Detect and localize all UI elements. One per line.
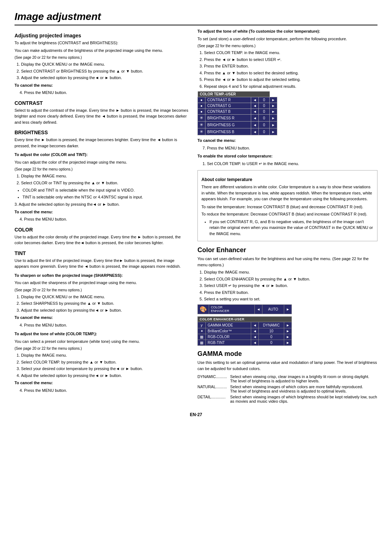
list-item: COLOR and TINT is selectable when the in… — [23, 187, 189, 193]
ce-brilliant-value: 10 — [259, 328, 284, 334]
table-icon: ● — [198, 109, 205, 115]
table-arrow-right: ► — [270, 103, 277, 109]
ce-sub-table-title: COLOR ENHANCER-USER — [198, 317, 292, 322]
list-item: Display the IMAGE menu. — [21, 173, 189, 179]
table-value: 0 — [259, 115, 270, 122]
cancel-step-1: 4. Press the MENU button. — [20, 90, 189, 96]
list-item: Press the ▲ or ▼ button to select the de… — [204, 70, 377, 76]
left-column: Adjusting projected images To adjust the… — [15, 28, 189, 404]
page-title: Image adjustment — [15, 11, 377, 25]
adjusting-para2: You can make adjustments of the brightne… — [15, 48, 189, 54]
color-heading: COLOR — [15, 227, 189, 233]
list-item: Select your desired color temperature by… — [21, 366, 189, 372]
cancel-label-1: To cancel the menu: — [15, 82, 189, 89]
contrast-para: Select to adjust the contrast of the ima… — [15, 107, 189, 126]
gamma-label: DETAIL — [197, 395, 211, 399]
color-temp-see-page: (See page 20 or 22 for the menu options.… — [15, 346, 189, 351]
ce-gamma-arrow-left: ◄ — [251, 322, 259, 328]
ce-rgb-color-icon: ▦ — [198, 334, 206, 340]
list-item: Display the QUICK MENU or the IMAGE menu… — [21, 61, 189, 67]
table-arrow-right: ► — [270, 128, 277, 135]
table-value: 0 — [259, 109, 270, 115]
list-item: Select COLOR ENHANCER by pressing the ▲ … — [204, 276, 377, 282]
gamma-mode-table: DYNAMIC.......... Select when viewing cr… — [197, 374, 377, 404]
list-item: Select USER ↵ by pressing the ◄ or ► but… — [204, 283, 377, 289]
gamma-natural-desc: Select when viewing images of which colo… — [230, 384, 377, 394]
color-temp-user-table: COLOR TEMP.-USER ● CONTRAST R ◄ 0 ► ● CO… — [197, 91, 277, 135]
color-temp-heading: To adjust the tone of white (COLOR TEMP.… — [15, 331, 189, 337]
about-color-temp-bullets: If you set CONTRAST R, G, and B to negat… — [209, 219, 373, 237]
cancel-step-4: 4. Press the MENU button. — [20, 387, 189, 394]
table-arrow-left: ◄ — [251, 109, 259, 115]
gamma-dynamic-desc: Select when viewing crisp, clear images … — [230, 374, 377, 384]
table-icon: ● — [198, 97, 205, 103]
gamma-dots: .......... — [216, 374, 227, 379]
gamma-mode-heading: GAMMA mode — [197, 350, 377, 358]
table-row: NATURAL.......... Select when viewing im… — [197, 384, 377, 394]
ce-label: COLORENHANCER — [209, 304, 255, 314]
gamma-dots: ............. — [211, 395, 226, 399]
list-item: TINT is selectable only when the NTSC or… — [23, 194, 189, 200]
ce-arrow-left: ◄ — [255, 304, 262, 314]
gamma-mode-para: Use this setting to set an optimal gamma… — [197, 360, 377, 372]
customize-temp-heading: To adjust the tone of white (To customiz… — [197, 28, 377, 34]
gamma-label: DYNAMIC — [197, 374, 216, 379]
table-icon: ✳ — [198, 115, 205, 122]
list-item: Repeat steps 4 and 5 for optimal adjustm… — [204, 83, 377, 90]
cancel-label-4: To cancel the menu: — [15, 380, 189, 386]
enable-stored-label: To enable the stored color temperature: — [197, 153, 377, 159]
table-cell: BRIGHTNESS R — [205, 115, 251, 122]
cancel-label-2: To cancel the menu: — [15, 209, 189, 215]
page-number: EN-27 — [15, 411, 377, 418]
right-column: To adjust the tone of white (To customiz… — [197, 28, 377, 404]
table-row: DETAIL............. Select when viewing … — [197, 394, 377, 404]
color-enhancer-steps: Display the IMAGE menu. Select COLOR ENH… — [204, 269, 377, 302]
list-item: Press the ◄ or ► button to select USER ↵… — [204, 57, 377, 63]
about-color-temp-box: About color temperature There are differ… — [197, 170, 377, 241]
ce-brilliant-arrow-left: ◄ — [251, 328, 259, 334]
color-tint-see-page: (See page 22 for the menu options.) — [15, 167, 189, 172]
list-item: Display the IMAGE menu. — [21, 352, 189, 358]
list-item: Press the ENTER button. — [204, 63, 377, 69]
gamma-label: NATURAL — [197, 385, 216, 389]
table-icon: ● — [198, 103, 205, 109]
ce-rgb-tint-label: RGB-TINT — [206, 340, 251, 346]
gamma-detail-label: DETAIL............. — [197, 394, 230, 404]
sharpness-see-page: (See page 20 or 22 for the menu options.… — [15, 287, 189, 293]
color-para: Use to adjust the color density of the p… — [15, 234, 189, 246]
adjusting-see-page: (See page 20 or 22 for the menu options.… — [15, 55, 189, 60]
table-value: 0 — [259, 122, 270, 128]
list-item: Select COLOR or TINT by pressing the ▲ o… — [21, 180, 189, 186]
ce-rgb-color-arrow-left: ◄ — [251, 334, 259, 340]
ce-gamma-arrow-right: ► — [284, 322, 292, 328]
color-enhancer-para: You can set user-defined values for the … — [197, 256, 377, 268]
color-tint-steps: Display the IMAGE menu. Select COLOR or … — [21, 173, 189, 186]
table-arrow-right: ► — [270, 115, 277, 122]
ce-gamma-value: DYNAMIC — [259, 322, 284, 328]
main-content: Adjusting projected images To adjust the… — [15, 28, 377, 404]
about-color-temp-para3: To reduce the temperature: Decrease CONT… — [201, 211, 373, 217]
brightness-para: Every time the ► button is pressed, the … — [15, 137, 189, 149]
gamma-natural-label: NATURAL.......... — [197, 384, 230, 394]
ce-brilliant-label: BrilliantColor™ — [206, 328, 251, 334]
gamma-detail-desc: Select when viewing images of which brig… — [230, 394, 377, 404]
table-arrow-right: ► — [270, 97, 277, 103]
cancel-step-3: 4. Press the MENU button. — [20, 322, 189, 328]
about-color-temp-heading: About color temperature — [201, 177, 373, 182]
table-row: DYNAMIC.......... Select when viewing cr… — [197, 374, 377, 384]
ce-rgb-tint-arrow-right: ► — [284, 340, 292, 346]
gamma-dots: .......... — [216, 385, 227, 389]
list-item: Adjust the selected option by pressing t… — [21, 75, 189, 81]
table-cell: CONTRAST B — [205, 109, 251, 115]
menu-table-title: COLOR TEMP.-USER — [198, 91, 270, 97]
customize-temp-see-page: (See page 22 for the menu options.) — [197, 43, 377, 49]
table-icon: ✳ — [198, 128, 205, 135]
ce-rgb-tint-icon: ▦ — [198, 340, 206, 346]
list-item: Select COLOR TEMP. by pressing the ▲ or … — [21, 359, 189, 365]
ce-rgb-color-label: RGB-COLOR — [206, 334, 251, 340]
list-item: Display the IMAGE menu. — [204, 269, 377, 275]
table-icon: ✳ — [198, 122, 205, 128]
ce-brilliant-icon: ✦ — [198, 328, 206, 334]
ce-value: AUTO — [262, 304, 284, 314]
ce-rgb-color-value: 0 — [259, 334, 284, 340]
